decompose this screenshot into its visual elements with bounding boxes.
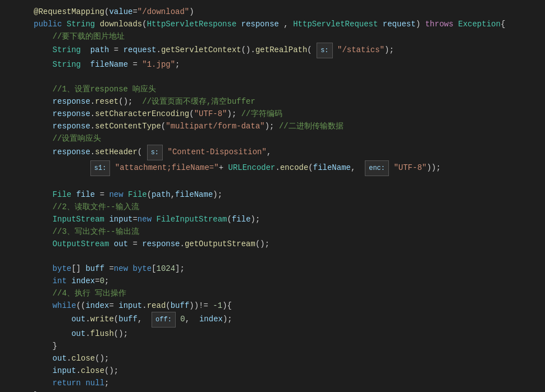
code-editor: @RequestMapping(value="/download") publi…	[0, 0, 545, 392]
line-content-15: File file = new File(path,fileName);	[34, 188, 545, 201]
code-line-31: }	[0, 389, 545, 392]
code-line-16: //2、读取文件--输入流	[0, 201, 545, 213]
code-line-13: s1: "attachment;fileName="+ URLEncoder.e…	[0, 160, 545, 176]
line-content-1: @RequestMapping(value="/download")	[34, 6, 545, 18]
line-content-26: out.flush();	[34, 328, 545, 340]
code-line-19: OutputStream out = response.getOutputStr…	[0, 238, 545, 250]
line-content-7: //1、设置response 响应头	[34, 83, 545, 95]
line-content-16: //2、读取文件--输入流	[34, 201, 545, 213]
line-content-14	[34, 176, 545, 188]
code-line-27: }	[0, 340, 545, 352]
code-line-11: //设置响应头	[0, 132, 545, 145]
line-content-4: String path = request.getServletContext(…	[34, 43, 545, 58]
code-line-3: //要下载的图片地址	[0, 30, 545, 43]
code-line-14	[0, 176, 545, 188]
code-line-28: out.close();	[0, 352, 545, 365]
code-line-6	[0, 71, 545, 83]
line-content-29: input.close();	[34, 365, 545, 377]
line-content-11: //设置响应头	[34, 132, 545, 145]
line-content-27: }	[34, 340, 545, 352]
line-content-9: response.setCharacterEncoding("UTF-8"); …	[34, 108, 545, 120]
code-line-17: InputStream input=new FileInputStream(fi…	[0, 213, 545, 225]
code-line-4: String path = request.getServletContext(…	[0, 43, 545, 58]
code-line-22: int index=0;	[0, 275, 545, 287]
line-content-25: out.write(buff, off: 0, index);	[34, 312, 545, 328]
code-line-7: //1、设置response 响应头	[0, 83, 545, 95]
line-content-19: OutputStream out = response.getOutputStr…	[34, 238, 545, 250]
code-line-1: @RequestMapping(value="/download")	[0, 6, 545, 18]
code-line-29: input.close();	[0, 365, 545, 377]
line-content-23: //4、执行 写出操作	[34, 287, 545, 299]
code-line-15: File file = new File(path,fileName);	[0, 188, 545, 201]
code-line-18: //3、写出文件--输出流	[0, 225, 545, 238]
code-line-2: public String downloads(HttpServletRespo…	[0, 18, 545, 30]
code-line-21: byte[] buff =new byte[1024];	[0, 262, 545, 275]
code-line-25: out.write(buff, off: 0, index);	[0, 312, 545, 328]
line-content-6	[34, 71, 545, 83]
code-line-5: String fileName = "1.jpg";	[0, 58, 545, 71]
line-content-8: response.reset(); //设置页面不缓存,清空buffer	[34, 95, 545, 108]
code-line-26: out.flush();	[0, 328, 545, 340]
line-content-2: public String downloads(HttpServletRespo…	[34, 18, 545, 30]
code-line-8: response.reset(); //设置页面不缓存,清空buffer	[0, 95, 545, 108]
code-line-30: return null;	[0, 377, 545, 389]
line-content-3: //要下载的图片地址	[34, 30, 545, 43]
line-content-17: InputStream input=new FileInputStream(fi…	[34, 213, 545, 225]
code-line-20	[0, 250, 545, 262]
line-content-12: response.setHeader( s: "Content-Disposit…	[34, 145, 545, 160]
line-content-31: }	[34, 389, 545, 392]
line-content-18: //3、写出文件--输出流	[34, 225, 545, 238]
code-line-24: while((index= input.read(buff))!= -1){	[0, 299, 545, 312]
line-content-28: out.close();	[34, 352, 545, 365]
line-content-10: response.setContentType("multipart/form-…	[34, 120, 545, 132]
line-content-22: int index=0;	[34, 275, 545, 287]
code-line-10: response.setContentType("multipart/form-…	[0, 120, 545, 132]
line-content-24: while((index= input.read(buff))!= -1){	[34, 299, 545, 312]
line-content-30: return null;	[34, 377, 545, 389]
line-content-20	[34, 250, 545, 262]
line-content-5: String fileName = "1.jpg";	[34, 58, 545, 71]
line-content-13: s1: "attachment;fileName="+ URLEncoder.e…	[34, 160, 545, 176]
code-line-9: response.setCharacterEncoding("UTF-8"); …	[0, 108, 545, 120]
code-line-12: response.setHeader( s: "Content-Disposit…	[0, 145, 545, 160]
code-line-23: //4、执行 写出操作	[0, 287, 545, 299]
line-content-21: byte[] buff =new byte[1024];	[34, 262, 545, 275]
